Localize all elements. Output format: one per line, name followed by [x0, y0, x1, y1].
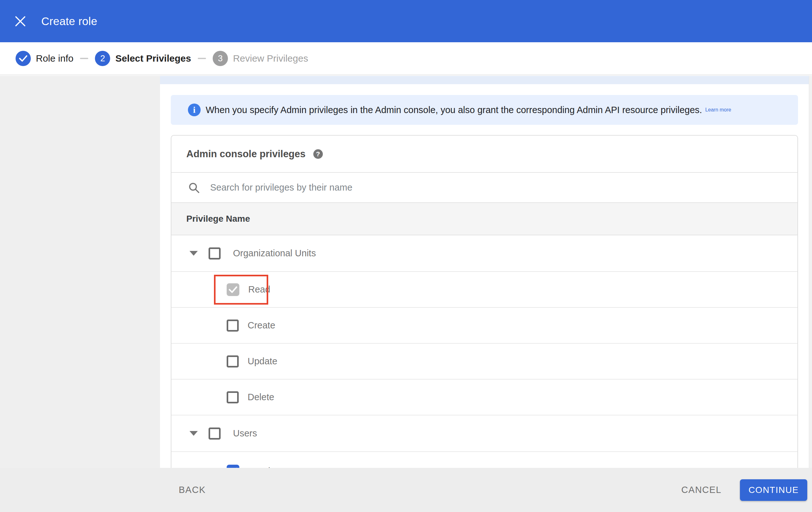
scrollbar[interactable] — [809, 76, 812, 468]
step-connector — [80, 58, 88, 59]
scrolled-banner-remnant — [160, 76, 809, 84]
checkbox-users[interactable] — [208, 428, 221, 439]
table-row-users: Users — [171, 415, 798, 452]
back-button[interactable]: BACK — [179, 485, 206, 495]
step-label: Review Privileges — [233, 53, 308, 64]
privilege-search-row — [171, 173, 798, 202]
footer-bar: BACK CANCEL CONTINUE — [0, 468, 812, 512]
privilege-search-input[interactable] — [209, 182, 687, 193]
left-panel — [0, 76, 160, 468]
column-header-label: Privilege Name — [186, 214, 250, 224]
app-bar: Create role — [0, 0, 812, 42]
table-row-read: Read — [171, 272, 798, 308]
card-header: Admin console privileges ? — [171, 136, 798, 173]
table-column-header: Privilege Name — [171, 202, 798, 235]
info-banner-text: When you specify Admin privileges in the… — [206, 105, 702, 115]
row-label: Users — [233, 428, 257, 439]
card-title: Admin console privileges — [186, 148, 306, 160]
cancel-button[interactable]: CANCEL — [681, 485, 722, 495]
continue-button[interactable]: CONTINUE — [740, 479, 807, 501]
checkbox-update[interactable] — [227, 355, 239, 368]
step-number-badge: 2 — [95, 51, 110, 66]
step-complete-check-icon — [16, 51, 31, 66]
row-label: Update — [248, 356, 278, 367]
collapse-arrow-icon[interactable] — [190, 251, 198, 256]
table-row-organizational-units: Organizational Units — [171, 235, 798, 272]
step-select-privileges[interactable]: 2 Select Privileges — [95, 51, 191, 66]
table-row-create: Create — [171, 308, 798, 344]
table-row-update: Update — [171, 344, 798, 380]
step-label: Role info — [36, 53, 73, 64]
close-icon[interactable] — [10, 11, 30, 31]
step-connector — [198, 58, 206, 59]
row-label: Read — [248, 284, 270, 295]
row-label: Create — [248, 320, 275, 331]
info-banner: i When you specify Admin privileges in t… — [171, 95, 798, 125]
dialog-title: Create role — [41, 15, 97, 28]
row-label: Delete — [248, 392, 274, 402]
row-label: Organizational Units — [233, 248, 316, 259]
step-review-privileges[interactable]: 3 Review Privileges — [213, 51, 308, 66]
step-number-badge: 3 — [213, 51, 228, 66]
checkbox-delete[interactable] — [227, 391, 239, 403]
create-role-dialog: Create role Role info 2 Select Privilege… — [0, 0, 812, 512]
collapse-arrow-icon[interactable] — [190, 431, 198, 436]
step-role-info[interactable]: Role info — [16, 51, 73, 66]
checkbox-read-checked[interactable] — [227, 283, 239, 296]
privileges-card: Admin console privileges ? Privilege Nam… — [171, 135, 798, 468]
step-label: Select Privileges — [115, 53, 191, 64]
help-question-icon[interactable]: ? — [313, 149, 323, 159]
stepper: Role info 2 Select Privileges 3 Review P… — [0, 42, 812, 75]
checkbox-create[interactable] — [227, 320, 239, 331]
checkbox-users-read-checked[interactable] — [227, 465, 239, 468]
table-row-delete: Delete — [171, 380, 798, 415]
info-icon: i — [188, 104, 201, 116]
checkbox-organizational-units[interactable] — [208, 247, 221, 260]
table-row-users-read: Read — [171, 452, 798, 468]
search-icon — [188, 182, 200, 194]
learn-more-link[interactable]: Learn more — [705, 107, 731, 113]
content-area: i When you specify Admin privileges in t… — [0, 76, 812, 468]
